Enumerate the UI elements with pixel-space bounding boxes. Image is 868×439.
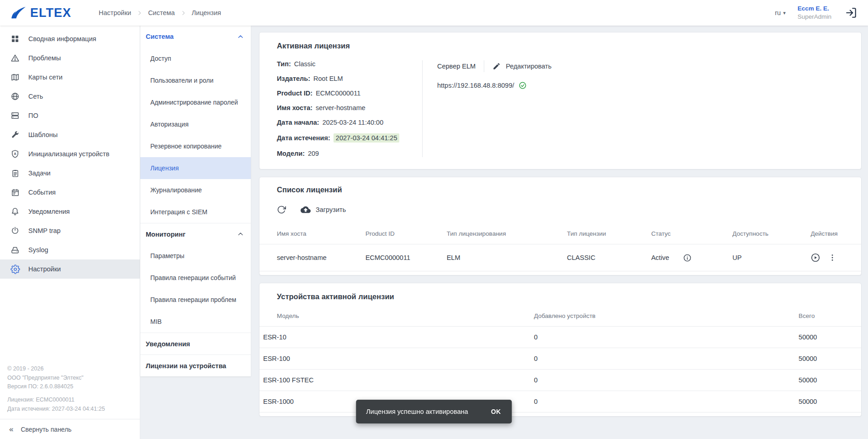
- cell-status: Active: [647, 244, 729, 271]
- sidebar-item-label: SNMP trap: [28, 227, 61, 234]
- field-label: Product ID:: [277, 90, 312, 97]
- submenu-section-device-licenses[interactable]: Лицензии на устройства: [140, 354, 251, 376]
- sidebar-item-software[interactable]: ПО: [0, 106, 140, 125]
- table-row[interactable]: ESR-100 0 50000: [259, 348, 861, 370]
- submenu-item-mib[interactable]: MIB: [140, 311, 251, 333]
- submenu-section-system[interactable]: Система: [140, 26, 251, 48]
- submenu-section-notifications[interactable]: Уведомления: [140, 333, 251, 354]
- table-row[interactable]: ESR-1000 0 50000: [259, 391, 861, 413]
- license-field-type: Тип: Classic: [277, 60, 418, 68]
- language-selector[interactable]: ru ▾: [775, 9, 785, 16]
- cell-total: 50000: [795, 348, 861, 370]
- chevron-down-icon: ▾: [783, 10, 786, 16]
- sidebar-item-snmp-trap[interactable]: SNMP trap: [0, 221, 140, 240]
- sidebar-nav: Сводная информация Проблемы Карты сети: [0, 26, 140, 279]
- collapse-panel-button[interactable]: « Свернуть панель: [0, 419, 140, 439]
- license-list-toolbar: Загрузить: [259, 201, 861, 219]
- col-license-type: Тип лицензии: [563, 223, 647, 244]
- sidebar-item-templates[interactable]: Шаблоны: [0, 125, 140, 144]
- license-devices-title: Устройства активной лицензии: [259, 292, 861, 301]
- info-icon[interactable]: [683, 254, 692, 262]
- settings-submenu-panel: Система Доступ Пользователи и роли Админ…: [140, 26, 251, 376]
- field-label: Тип:: [277, 60, 291, 68]
- sidebar-item-summary[interactable]: Сводная информация: [0, 29, 140, 48]
- cell-licensing-type: ELM: [443, 244, 563, 271]
- license-field-product-id: Product ID: ECMC0000011: [277, 90, 418, 97]
- sidebar-item-network[interactable]: Сеть: [0, 87, 140, 106]
- field-value: server-hostname: [316, 104, 365, 111]
- eltex-logo[interactable]: ELTEX: [11, 6, 71, 20]
- breadcrumb-license[interactable]: Лицензия: [192, 9, 221, 16]
- sidebar-item-events[interactable]: События: [0, 183, 140, 202]
- sidebar-item-syslog[interactable]: Syslog: [0, 240, 140, 259]
- upload-license-button[interactable]: Загрузить: [296, 201, 350, 218]
- field-value: Root ELM: [313, 75, 343, 82]
- submenu-item-backup[interactable]: Резервное копирование: [140, 135, 251, 157]
- submenu-item-parameters[interactable]: Параметры: [140, 245, 251, 267]
- table-row[interactable]: server-hostname ECMC0000011 ELM CLASSIC …: [259, 244, 861, 271]
- sidebar-item-tasks[interactable]: Задачи: [0, 164, 140, 183]
- row-actions-menu-button[interactable]: [828, 253, 837, 262]
- sidebar-item-label: Уведомления: [28, 208, 70, 215]
- table-row[interactable]: ESR-10 0 50000: [259, 327, 861, 348]
- field-value: Classic: [294, 60, 316, 68]
- submenu-item-event-rules[interactable]: Правила генерации событий: [140, 267, 251, 289]
- collapse-icon: «: [9, 425, 13, 434]
- cell-total: 50000: [795, 370, 861, 391]
- submenu-item-label: MIB: [150, 318, 162, 325]
- breadcrumb-settings[interactable]: Настройки: [99, 9, 131, 16]
- toast-message: Лицензия успешно активирована: [366, 408, 468, 415]
- submenu-item-authorization[interactable]: Авторизация: [140, 113, 251, 135]
- software-icon: [10, 111, 20, 121]
- logout-button[interactable]: [845, 7, 857, 19]
- vertical-divider: [484, 60, 484, 72]
- license-devices-card: Устройства активной лицензии Модель Доба…: [259, 283, 862, 417]
- submenu-item-password-admin[interactable]: Администрирование паролей: [140, 91, 251, 113]
- cell-model: ESR-10: [259, 327, 530, 348]
- submenu-item-label: Авторизация: [150, 121, 189, 128]
- field-label: Дата начала:: [277, 119, 319, 126]
- submenu-item-siem[interactable]: Интеграция с SIEM: [140, 201, 251, 223]
- submenu-item-label: Правила генерации событий: [150, 274, 236, 281]
- sidebar-item-problems[interactable]: Проблемы: [0, 48, 140, 68]
- col-status: Статус: [647, 223, 729, 244]
- submenu-item-logging[interactable]: Журналирование: [140, 179, 251, 201]
- sidebar-item-network-maps[interactable]: Карты сети: [0, 68, 140, 87]
- problems-icon: [10, 53, 20, 63]
- sidebar-item-label: Задачи: [28, 169, 51, 177]
- cell-total: 50000: [795, 327, 861, 348]
- license-field-start-date: Дата начала: 2025-03-24 11:40:00: [277, 119, 418, 126]
- submenu-item-access[interactable]: Доступ: [140, 48, 251, 69]
- sidebar-item-label: Syslog: [28, 246, 48, 254]
- sidebar-item-settings[interactable]: Настройки: [0, 259, 140, 279]
- kebab-menu-icon: [828, 253, 837, 262]
- submenu-item-users-roles[interactable]: Пользователи и роли: [140, 69, 251, 91]
- settings-submenu: Система Доступ Пользователи и роли Админ…: [140, 26, 251, 439]
- sidebar-footer: © 2019 - 2026 ООО "Предприятие "Элтекс" …: [0, 365, 140, 419]
- elm-server-label: Сервер ELM: [437, 63, 476, 70]
- shield-icon: A: [10, 149, 20, 159]
- sidebar-item-label: События: [28, 189, 56, 196]
- cell-total: 50000: [795, 391, 861, 413]
- edit-server-button[interactable]: Редактировать: [492, 62, 551, 70]
- submenu-item-problem-rules[interactable]: Правила генерации проблем: [140, 289, 251, 311]
- devices-table: Модель Добавлено устройств Всего ESR-10 …: [259, 306, 861, 413]
- table-row[interactable]: ESR-100 FSTEC 0 50000: [259, 370, 861, 391]
- user-name: Eccm E. E.: [798, 5, 831, 13]
- sidebar-item-notifications[interactable]: Уведомления: [0, 202, 140, 221]
- submenu-item-license[interactable]: Лицензия: [140, 157, 251, 179]
- col-licensing-type: Тип лицензирования: [443, 223, 563, 244]
- toast-ok-button[interactable]: OK: [484, 403, 508, 420]
- submenu-section-monitoring[interactable]: Мониторинг: [140, 223, 251, 245]
- license-field-models: Модели: 209: [277, 150, 418, 157]
- topbar: ELTEX Настройки Система Лицензия ru ▾ Ec…: [0, 0, 868, 26]
- submenu-item-label: Лицензия: [150, 164, 179, 172]
- breadcrumb-system[interactable]: Система: [148, 9, 175, 16]
- user-menu[interactable]: Eccm E. E. SuperAdmin: [798, 5, 831, 21]
- power-icon: [10, 226, 20, 236]
- sidebar-item-label: ПО: [28, 112, 38, 119]
- sidebar-item-device-init[interactable]: A Инициализация устройств: [0, 144, 140, 164]
- submenu-section-label: Уведомления: [146, 340, 190, 348]
- activate-license-button[interactable]: [810, 253, 820, 263]
- refresh-button[interactable]: [272, 201, 291, 219]
